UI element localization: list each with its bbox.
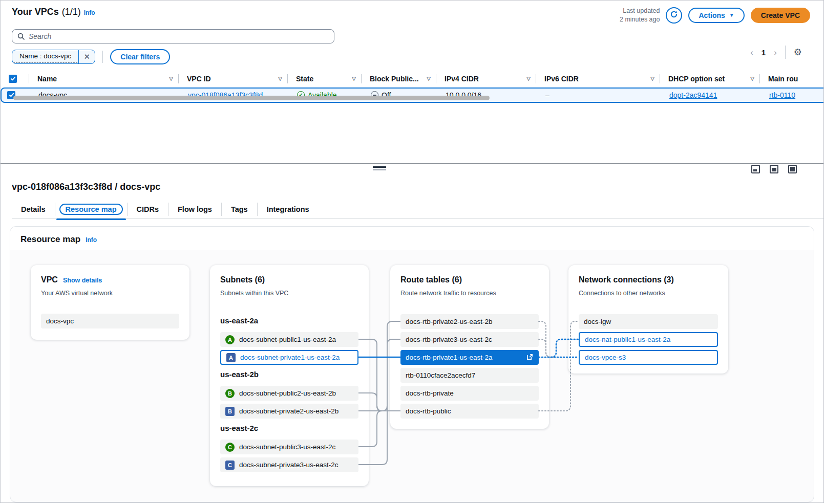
route-table-node[interactable]: docs-rtb-public bbox=[400, 404, 539, 419]
cell-ipv6: – bbox=[537, 91, 661, 99]
main-route-link[interactable]: rtb-0110 bbox=[769, 91, 795, 99]
column-header-state[interactable]: State▽ bbox=[288, 74, 362, 83]
subnet-node[interactable]: C docs-subnet-private3-us-east-2c bbox=[220, 457, 358, 472]
az-header: us-east-2a bbox=[220, 316, 258, 325]
network-connections-card-subtitle: Connections to other networks bbox=[579, 290, 665, 297]
resource-map-container: Resource map Info VPC Show details bbox=[10, 226, 814, 502]
horizontal-scrollbar[interactable] bbox=[13, 96, 490, 100]
vpc-card-title: VPC Show details bbox=[41, 275, 102, 284]
tab-details[interactable]: Details bbox=[12, 203, 55, 216]
show-details-link[interactable]: Show details bbox=[63, 277, 102, 284]
tab-flow-logs[interactable]: Flow logs bbox=[168, 203, 222, 216]
tab-cidrs[interactable]: CIDRs bbox=[128, 203, 169, 216]
refresh-button[interactable] bbox=[666, 7, 682, 24]
gear-icon[interactable]: ⚙ bbox=[794, 47, 802, 58]
tab-integrations[interactable]: Integrations bbox=[258, 203, 319, 216]
page-number[interactable]: 1 bbox=[761, 48, 766, 57]
last-updated: Last updated 2 minutes ago bbox=[620, 7, 660, 24]
filter-icon[interactable]: ▽ bbox=[526, 76, 531, 81]
panel-small-icon[interactable] bbox=[751, 165, 760, 173]
search-icon bbox=[17, 33, 25, 40]
panel-full-icon[interactable] bbox=[788, 165, 797, 173]
column-header-ipv4[interactable]: IPv4 CIDR▽ bbox=[436, 74, 536, 83]
prev-page-icon[interactable]: ‹ bbox=[750, 48, 753, 57]
connection-node-highlighted[interactable]: docs-vpce-s3 bbox=[579, 350, 718, 365]
resource-map-title: Resource map bbox=[20, 234, 80, 245]
info-link[interactable]: Info bbox=[86, 236, 97, 244]
create-vpc-button[interactable]: Create VPC bbox=[751, 8, 810, 23]
subnets-card-title: Subnets (6) bbox=[220, 275, 265, 284]
pagination: ‹ 1 › ⚙ bbox=[750, 46, 802, 59]
filter-icon[interactable]: ▽ bbox=[278, 76, 282, 81]
private-subnet-icon: A bbox=[226, 353, 236, 362]
vpc-card-subtitle: Your AWS virtual network bbox=[41, 290, 113, 297]
cell-dhcp: dopt-2ac94141 bbox=[661, 91, 761, 99]
select-all-checkbox[interactable] bbox=[9, 75, 17, 83]
route-table-node[interactable]: docs-rtb-private3-us-east-2c bbox=[400, 332, 539, 347]
info-link[interactable]: Info bbox=[84, 9, 95, 16]
clear-filters-button[interactable]: Clear filters bbox=[110, 49, 170, 64]
network-connections-card-title: Network connections (3) bbox=[579, 275, 674, 284]
panel-size-controls bbox=[751, 165, 797, 173]
divider bbox=[785, 46, 786, 59]
filter-icon[interactable]: ▽ bbox=[750, 76, 754, 81]
page-title: Your VPCs (1/1) Info bbox=[12, 7, 95, 17]
subnet-node[interactable]: B docs-subnet-private2-us-east-2b bbox=[220, 404, 358, 419]
tab-tags[interactable]: Tags bbox=[222, 203, 258, 216]
column-header-name[interactable]: Name▽ bbox=[29, 74, 179, 83]
remove-filter-button[interactable]: ✕ bbox=[78, 50, 95, 63]
vpc-node[interactable]: docs-vpc bbox=[41, 314, 179, 328]
next-page-icon[interactable]: › bbox=[774, 48, 777, 57]
subnet-node-selected[interactable]: A docs-subnet-private1-us-east-2a bbox=[220, 350, 358, 365]
detail-title: vpc-018f086a13f3c3f8d / docs-vpc bbox=[12, 182, 823, 192]
dhcp-link[interactable]: dopt-2ac94141 bbox=[669, 91, 717, 99]
filter-icon[interactable]: ▽ bbox=[427, 76, 431, 81]
public-subnet-icon: A bbox=[225, 335, 235, 344]
route-table-node[interactable]: rtb-0110cface2acecfd7 bbox=[400, 368, 539, 383]
drag-handle[interactable] bbox=[373, 166, 386, 172]
subnets-card: Subnets (6) Subnets within this VPC us-e… bbox=[210, 265, 369, 486]
divider bbox=[102, 51, 103, 63]
chevron-down-icon: ▼ bbox=[729, 12, 734, 18]
filter-row: Name : docs-vpc ✕ Clear filters bbox=[12, 50, 812, 64]
private-subnet-icon: B bbox=[225, 407, 235, 416]
cell-main-route: rtb-0110 bbox=[761, 91, 824, 99]
panel-medium-icon[interactable] bbox=[770, 165, 778, 173]
column-header-main-route[interactable]: Main rou bbox=[760, 74, 824, 83]
vpc-card: VPC Show details Your AWS virtual networ… bbox=[31, 265, 189, 340]
filter-icon[interactable]: ▽ bbox=[352, 76, 356, 81]
private-subnet-icon: C bbox=[225, 461, 235, 470]
vpc-console-screen: Your VPCs (1/1) Info Last updated 2 minu… bbox=[0, 0, 824, 503]
filter-icon[interactable]: ▽ bbox=[169, 76, 173, 81]
connection-node-highlighted[interactable]: docs-nat-public1-us-east-2a bbox=[579, 332, 718, 347]
column-header-dhcp[interactable]: DHCP option set▽ bbox=[660, 74, 760, 83]
search-bar[interactable] bbox=[12, 29, 334, 43]
subnet-node[interactable]: C docs-subnet-public3-us-east-2c bbox=[220, 440, 358, 454]
external-link-icon[interactable] bbox=[526, 353, 534, 362]
network-connections-card: Network connections (3) Connections to o… bbox=[568, 265, 728, 374]
filter-token[interactable]: Name : docs-vpc ✕ bbox=[12, 50, 95, 64]
detail-tabs: Details Resource map CIDRs Flow logs Tag… bbox=[12, 201, 823, 219]
route-table-node[interactable]: docs-rtb-private2-us-east-2b bbox=[400, 314, 539, 329]
actions-button[interactable]: Actions ▼ bbox=[688, 8, 744, 23]
subnet-node[interactable]: B docs-subnet-public2-us-east-2b bbox=[220, 386, 358, 401]
column-header-vpc-id[interactable]: VPC ID▽ bbox=[179, 74, 288, 83]
column-header-block-public[interactable]: Block Public...▽ bbox=[362, 74, 436, 83]
column-header-ipv6[interactable]: IPv6 CIDR▽ bbox=[536, 74, 660, 83]
connection-node[interactable]: docs-igw bbox=[579, 314, 718, 329]
page-title-text: Your VPCs bbox=[12, 7, 59, 17]
subnets-card-subtitle: Subnets within this VPC bbox=[220, 290, 288, 297]
subnet-node[interactable]: A docs-subnet-public1-us-east-2a bbox=[220, 332, 358, 347]
split-divider bbox=[1, 163, 823, 174]
filter-token-label: Name : docs-vpc bbox=[13, 50, 77, 63]
filter-icon[interactable]: ▽ bbox=[650, 76, 654, 81]
route-table-node-selected[interactable]: docs-rtb-private1-us-east-2a bbox=[400, 350, 539, 365]
refresh-icon bbox=[670, 10, 678, 20]
route-tables-card-title: Route tables (6) bbox=[400, 275, 462, 284]
search-input[interactable] bbox=[29, 32, 329, 40]
list-header: Your VPCs (1/1) Info Last updated 2 minu… bbox=[1, 7, 823, 24]
tab-resource-map[interactable]: Resource map bbox=[55, 203, 128, 216]
public-subnet-icon: B bbox=[225, 389, 235, 398]
table-row[interactable]: docs-vpc vpc-018f086a13f3c3f8d ✓ Availab… bbox=[1, 87, 824, 103]
route-table-node[interactable]: docs-rtb-private bbox=[400, 386, 539, 401]
